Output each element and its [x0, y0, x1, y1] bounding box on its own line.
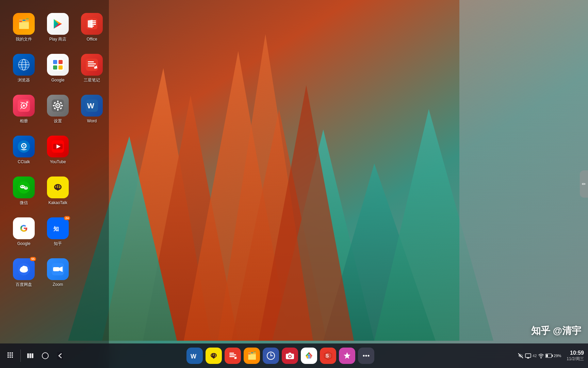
app-label-kakaotalk: KakaoTalk — [48, 200, 67, 205]
app-icon-browser — [13, 54, 35, 76]
svg-text:W: W — [191, 353, 196, 360]
svg-rect-32 — [53, 65, 57, 70]
app-zoom[interactable]: Zoom — [41, 252, 75, 293]
svg-rect-131 — [525, 354, 531, 357]
battery-icon — [545, 354, 553, 358]
cast-icon — [525, 353, 531, 359]
dock-more[interactable] — [358, 348, 374, 364]
app-label-samsung-notes: 三星笔记 — [84, 78, 100, 82]
svg-rect-87 — [53, 267, 59, 271]
svg-point-48 — [57, 105, 59, 106]
back-button[interactable] — [53, 349, 67, 363]
svg-point-117 — [289, 355, 291, 357]
app-kakaotalk[interactable]: KakaoTalk — [41, 170, 75, 211]
zhihu-badge: 24 — [64, 216, 70, 220]
svg-point-71 — [25, 187, 26, 188]
app-icon-google-workspace — [47, 54, 69, 76]
notification-count: 42 — [533, 354, 537, 358]
app-google[interactable]: Google — [7, 211, 41, 252]
app-label-youtube: YouTube — [50, 159, 66, 164]
app-youtube[interactable]: YouTube — [41, 129, 75, 170]
dock-galaxy-store[interactable] — [339, 348, 355, 364]
svg-rect-37 — [88, 65, 95, 66]
app-playstore[interactable]: Play 商店 — [41, 7, 75, 48]
app-wechat[interactable]: 微信 — [7, 170, 41, 211]
app-empty3 — [75, 211, 109, 252]
svg-rect-52 — [61, 105, 63, 106]
app-icon-google — [13, 217, 35, 239]
app-icon-baidupan: 55 — [13, 258, 35, 280]
app-settings[interactable]: 设置 — [41, 89, 75, 129]
app-office[interactable]: Office — [75, 7, 109, 48]
dock-samsung-notes[interactable] — [225, 348, 241, 364]
app-google-workspace[interactable]: Google — [41, 48, 75, 89]
svg-rect-19 — [91, 20, 96, 21]
app-icon-kakaotalk — [47, 177, 69, 198]
svg-rect-100 — [32, 353, 33, 358]
svg-rect-51 — [53, 105, 55, 106]
app-icon-playstore — [47, 13, 69, 35]
svg-rect-137 — [552, 355, 553, 357]
svg-point-68 — [24, 186, 28, 189]
edge-panel-handle[interactable]: ✏ — [580, 170, 588, 198]
svg-rect-94 — [12, 354, 13, 356]
svg-rect-97 — [12, 356, 13, 358]
svg-rect-50 — [57, 109, 59, 111]
svg-rect-93 — [10, 354, 11, 356]
svg-rect-98 — [27, 353, 29, 358]
app-icon-word: W — [81, 95, 103, 117]
app-myfiles[interactable]: 🗂️ 我的文件 — [7, 7, 41, 48]
svg-rect-76 — [55, 186, 56, 188]
svg-rect-107 — [229, 353, 234, 354]
svg-point-134 — [541, 357, 542, 358]
app-label-settings: 设置 — [54, 119, 62, 123]
svg-rect-90 — [10, 352, 11, 354]
svg-rect-31 — [59, 60, 63, 64]
svg-rect-108 — [229, 354, 236, 355]
app-browser[interactable]: 浏览器 — [7, 48, 41, 89]
status-date: 11/2/周三 — [567, 356, 584, 362]
svg-rect-33 — [59, 65, 63, 70]
nav-divider — [20, 350, 21, 362]
svg-point-128 — [365, 355, 367, 357]
app-icon-samsung-notes — [81, 54, 103, 76]
app-cctalk[interactable]: CCtalk — [7, 129, 41, 170]
svg-rect-106 — [213, 354, 214, 356]
svg-point-127 — [363, 355, 365, 357]
recent-apps-button[interactable] — [23, 349, 37, 363]
app-label-google-workspace: Google — [51, 78, 65, 82]
app-zhihu[interactable]: 知 24 知乎 — [41, 211, 75, 252]
app-photo[interactable]: 相册 — [7, 89, 41, 129]
dock-clock[interactable] — [263, 348, 279, 364]
svg-rect-91 — [12, 352, 13, 354]
svg-point-85 — [22, 266, 26, 269]
svg-point-122 — [308, 355, 310, 357]
app-baidupan[interactable]: 55 百度网盘 — [7, 252, 41, 293]
time-display: 10:59 11/2/周三 — [567, 350, 584, 362]
apps-button[interactable] — [4, 349, 18, 363]
app-empty2 — [75, 170, 109, 211]
svg-rect-21 — [91, 24, 96, 25]
svg-point-101 — [42, 353, 48, 359]
home-button[interactable] — [38, 349, 52, 363]
battery-percentage: 29% — [554, 354, 561, 358]
dock-samsung-internet[interactable]: S — [320, 348, 336, 364]
dock-word[interactable]: W — [186, 348, 203, 364]
mute-icon — [518, 353, 524, 359]
app-word[interactable]: W Word — [75, 89, 109, 129]
svg-point-62 — [23, 145, 24, 147]
status-time: 10:59 — [567, 350, 584, 356]
app-icon-photo — [13, 95, 35, 117]
app-icon-youtube — [47, 136, 69, 157]
svg-rect-105 — [212, 354, 212, 356]
dock-kakaotalk[interactable] — [206, 348, 222, 364]
app-icon-cctalk — [13, 136, 35, 157]
app-samsung-notes[interactable]: 三星笔记 — [75, 48, 109, 89]
dock-chrome[interactable] — [301, 348, 317, 364]
dock-camera[interactable] — [282, 348, 298, 364]
dock-myfiles[interactable]: 🗂️ — [244, 348, 260, 364]
app-empty1 — [75, 129, 109, 170]
svg-rect-30 — [53, 60, 57, 64]
svg-rect-89 — [7, 352, 9, 354]
svg-rect-22 — [91, 26, 94, 27]
